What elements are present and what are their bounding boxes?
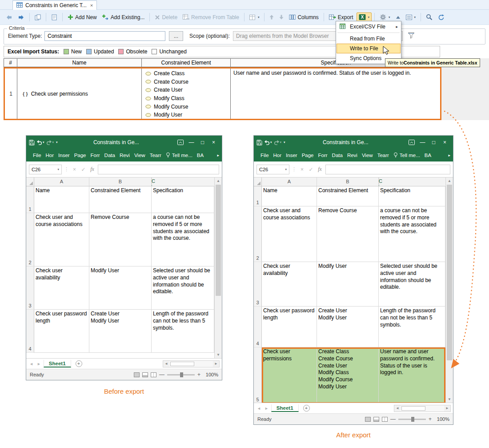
- column-header-name[interactable]: Name: [17, 59, 142, 67]
- ribbon-tab-ba[interactable]: BA: [195, 153, 206, 158]
- horizontal-scrollbar[interactable]: ◄►: [394, 405, 451, 412]
- add-existing-button[interactable]: Add Existing...: [100, 13, 147, 22]
- cell-A4[interactable]: Check user password length: [34, 310, 89, 353]
- document-tab[interactable]: Constraints in Generic T... ×: [12, 0, 97, 10]
- browse-button[interactable]: ...: [169, 31, 183, 41]
- ribbon-tab-tearr[interactable]: Tearr: [375, 153, 391, 158]
- close-button[interactable]: ×: [208, 139, 219, 145]
- report-button[interactable]: [49, 13, 60, 22]
- column-header-A[interactable]: A: [262, 178, 317, 186]
- undo-icon[interactable]: ▾: [36, 140, 44, 145]
- next-sheet-icon[interactable]: ►: [36, 362, 42, 366]
- cell-C3[interactable]: Selected user should be active user and …: [379, 262, 445, 307]
- select-all-corner[interactable]: [254, 178, 262, 186]
- cell-C2[interactable]: a course can not be removed if 5 or more…: [379, 206, 445, 262]
- zoom-slider[interactable]: [180, 372, 183, 377]
- table-options-button[interactable]: ▾: [247, 13, 262, 21]
- constrained-element-item[interactable]: Create User: [145, 86, 230, 94]
- page-break-view-icon[interactable]: [382, 417, 388, 422]
- ribbon-tab-data[interactable]: Data: [102, 153, 117, 158]
- row-header[interactable]: 1: [254, 186, 262, 206]
- scroll-up-icon[interactable]: ▲: [216, 178, 220, 184]
- settings-dropdown-button[interactable]: ▾: [377, 12, 393, 22]
- tab-overflow-arrow[interactable]: ▸: [446, 153, 451, 157]
- cell-C1[interactable]: Specification: [379, 186, 445, 206]
- ribbon-tab-file[interactable]: File: [258, 153, 271, 158]
- back-button[interactable]: [4, 13, 15, 21]
- prev-sheet-icon[interactable]: ◄: [256, 406, 262, 411]
- element-type-input[interactable]: Constraint: [44, 31, 165, 41]
- formula-input[interactable]: [98, 165, 219, 174]
- scroll-down-icon[interactable]: ▼: [216, 352, 220, 358]
- name-box[interactable]: C26▾: [29, 165, 62, 174]
- delete-button[interactable]: Delete: [152, 13, 180, 22]
- menu-item-read-from-file[interactable]: Read from File: [337, 34, 401, 44]
- tell-me-tab[interactable]: Tell me...: [391, 152, 422, 158]
- cell-B4[interactable]: Create UserModify User: [89, 310, 152, 353]
- row-header[interactable]: 4: [26, 310, 34, 353]
- cell-B3[interactable]: Modify User: [89, 266, 152, 310]
- cancel-icon[interactable]: ×: [299, 166, 305, 173]
- page-layout-view-icon[interactable]: [142, 372, 148, 377]
- ribbon-display-options-icon[interactable]: [406, 140, 417, 145]
- scroll-up-icon[interactable]: ▲: [448, 178, 451, 184]
- ribbon-tab-forr[interactable]: Forr: [88, 153, 102, 158]
- sheet-tab[interactable]: Sheet1: [271, 404, 299, 412]
- column-header-B[interactable]: B: [89, 178, 152, 186]
- cell-C2[interactable]: a course can not be removed if 5 or more…: [152, 213, 214, 266]
- cell-C5[interactable]: User name and user password is confirmed…: [379, 347, 445, 403]
- cell-A2[interactable]: Check user and course associations: [34, 213, 89, 266]
- cell-A5[interactable]: Check user permissions: [262, 347, 317, 403]
- copy-button[interactable]: [32, 13, 43, 22]
- ribbon-tab-hor[interactable]: Hor: [271, 153, 284, 158]
- export-button[interactable]: Export: [327, 13, 356, 22]
- ribbon-tab-ba[interactable]: BA: [422, 153, 433, 158]
- constrained-element-item[interactable]: Modify Course: [145, 102, 230, 111]
- zoom-slider-track[interactable]: [167, 374, 195, 375]
- ribbon-tab-page[interactable]: Page: [300, 153, 316, 158]
- row-header[interactable]: 4: [254, 307, 262, 347]
- table-row[interactable]: 1 { } Check user permissions Create Clas…: [4, 67, 441, 120]
- prev-sheet-icon[interactable]: ◄: [28, 362, 34, 366]
- row-number-cell[interactable]: 1: [5, 69, 17, 119]
- cell-C4[interactable]: Length of the password can not be less t…: [152, 310, 214, 353]
- ribbon-tab-inser[interactable]: Inser: [284, 153, 300, 158]
- scroll-right-icon[interactable]: ►: [444, 406, 450, 410]
- cell-B2[interactable]: Remove Course: [317, 206, 379, 262]
- ribbon-tab-page[interactable]: Page: [72, 153, 88, 158]
- column-header-num[interactable]: #: [4, 59, 17, 67]
- minimize-button[interactable]: —: [186, 139, 197, 145]
- cell-C1[interactable]: Specification: [152, 186, 214, 213]
- undo-icon[interactable]: ▾: [264, 140, 272, 145]
- save-icon[interactable]: [29, 140, 35, 145]
- row-header[interactable]: 2: [26, 213, 34, 266]
- save-icon[interactable]: [257, 140, 262, 145]
- move-up-button[interactable]: [267, 13, 276, 21]
- cell-B1[interactable]: Constrained Element: [89, 186, 152, 213]
- collapse-toolbar-button[interactable]: [393, 14, 403, 20]
- normal-view-icon[interactable]: [365, 417, 371, 422]
- ribbon-tab-view[interactable]: View: [132, 153, 148, 158]
- zoom-out-button[interactable]: —: [390, 416, 396, 422]
- menu-item-excel-csv-file[interactable]: Excel/CSV File ▸: [337, 22, 401, 32]
- forward-button[interactable]: [16, 13, 27, 21]
- tab-overflow-arrow[interactable]: ▸: [215, 153, 220, 157]
- ribbon-tab-view[interactable]: View: [360, 153, 375, 158]
- row-header[interactable]: 2: [254, 206, 262, 262]
- normal-view-icon[interactable]: [134, 372, 140, 377]
- ribbon-tab-hor[interactable]: Hor: [44, 153, 56, 158]
- cell-A4[interactable]: Check user password length: [262, 307, 317, 347]
- enter-icon[interactable]: ✓: [80, 166, 87, 173]
- column-header-C[interactable]: C: [152, 178, 152, 186]
- page-break-view-icon[interactable]: [151, 372, 156, 377]
- ribbon-tab-inser[interactable]: Inser: [56, 153, 72, 158]
- zoom-in-button[interactable]: +: [197, 371, 200, 378]
- name-box[interactable]: C26▾: [257, 165, 289, 174]
- cell-A1[interactable]: Name: [262, 186, 317, 206]
- column-header-A[interactable]: A: [34, 178, 89, 186]
- refresh-button[interactable]: [436, 13, 447, 22]
- scroll-left-icon[interactable]: ◄: [394, 406, 401, 410]
- constrained-element-item[interactable]: Modify Class: [145, 94, 230, 103]
- name-cell[interactable]: { } Check user permissions: [17, 69, 142, 119]
- cell-B2[interactable]: Remove Course: [89, 213, 152, 266]
